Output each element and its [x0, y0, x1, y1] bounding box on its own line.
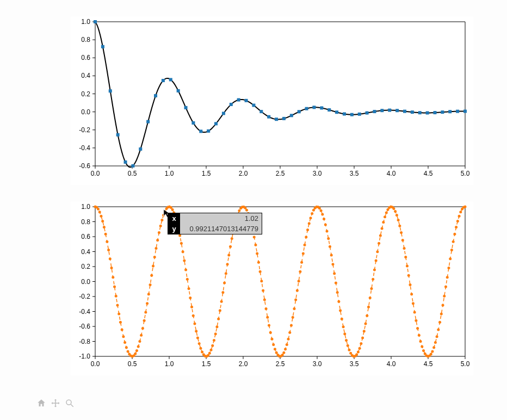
marker — [253, 236, 256, 238]
marker — [324, 223, 327, 226]
y-tick-label: 0.0 — [81, 278, 90, 286]
move-icon — [51, 398, 60, 408]
marker — [410, 293, 413, 295]
marker — [143, 319, 146, 322]
marker — [431, 350, 434, 353]
marker — [125, 346, 128, 349]
marker — [458, 215, 461, 218]
marker — [98, 211, 101, 213]
marker — [363, 330, 366, 332]
y-tick-label: 0.4 — [81, 72, 90, 79]
marker — [217, 318, 220, 320]
marker — [183, 259, 186, 262]
hover-tooltip: x 1.02 y 0.9921147013144779 — [168, 213, 262, 234]
marker — [321, 213, 324, 215]
marker — [440, 313, 443, 316]
marker — [238, 209, 240, 212]
axes-bottom[interactable]: 0.00.51.01.52.02.53.03.54.04.55.0-1.0-0.… — [71, 201, 473, 375]
marker — [262, 289, 264, 292]
marker — [411, 110, 414, 114]
marker — [231, 237, 233, 240]
marker — [395, 214, 398, 217]
marker — [254, 244, 257, 246]
marker — [225, 272, 227, 275]
x-tick-label: 1.0 — [165, 170, 174, 177]
marker — [211, 344, 214, 347]
marker — [214, 332, 217, 335]
marker — [382, 221, 385, 224]
marker — [137, 345, 140, 348]
x-tick-label: 1.5 — [202, 360, 211, 368]
marker — [178, 234, 181, 237]
marker — [180, 242, 183, 245]
marker — [293, 307, 295, 310]
marker — [438, 321, 441, 324]
marker — [290, 114, 293, 117]
marker — [193, 323, 196, 325]
x-tick-label: 3.0 — [313, 360, 322, 368]
marker — [110, 267, 113, 269]
marker — [199, 129, 202, 133]
marker — [101, 45, 104, 48]
marker — [138, 340, 141, 343]
marker — [94, 20, 97, 23]
marker — [416, 327, 419, 330]
marker — [394, 210, 397, 213]
y-tick-label: 0.8 — [81, 218, 90, 226]
marker — [101, 220, 104, 223]
marker — [259, 110, 263, 113]
marker — [343, 332, 346, 335]
y-tick-label: 0.2 — [81, 90, 90, 98]
marker — [123, 341, 126, 344]
home-button[interactable] — [35, 397, 47, 409]
marker — [159, 225, 162, 227]
marker — [201, 351, 203, 354]
marker — [358, 113, 361, 116]
zoom-button[interactable] — [64, 397, 76, 409]
marker — [256, 252, 258, 255]
marker — [127, 350, 129, 353]
marker — [131, 164, 134, 168]
marker — [162, 79, 165, 82]
y-tick-label: -0.6 — [79, 162, 90, 170]
x-tick-label: 0.0 — [91, 360, 100, 368]
marker — [135, 349, 138, 352]
marker — [329, 245, 331, 248]
marker — [412, 302, 415, 305]
tooltip-x-label: x — [168, 213, 180, 224]
marker — [259, 270, 262, 273]
marker — [147, 293, 150, 295]
tooltip-y-value: 0.9921147013144779 — [180, 224, 262, 234]
marker — [385, 212, 388, 214]
pan-button[interactable] — [50, 397, 61, 409]
marker — [223, 282, 226, 285]
marker — [118, 313, 120, 316]
marker — [221, 291, 224, 294]
marker — [288, 331, 291, 334]
marker — [401, 239, 404, 242]
marker — [188, 287, 190, 290]
marker — [192, 314, 195, 317]
marker — [335, 282, 337, 285]
marker — [286, 343, 288, 346]
axes-top[interactable]: 0.00.51.01.52.02.53.03.54.04.55.0-0.6-0.… — [71, 16, 473, 185]
marker — [308, 222, 311, 225]
marker — [267, 115, 270, 119]
marker — [327, 108, 331, 112]
x-tick-label: 4.0 — [387, 170, 396, 177]
marker — [177, 89, 180, 92]
marker — [245, 99, 248, 102]
marker — [448, 110, 452, 113]
marker — [207, 129, 210, 133]
x-tick-label: 0.5 — [128, 170, 137, 177]
home-icon — [36, 398, 46, 408]
marker — [449, 257, 452, 260]
marker — [107, 249, 110, 251]
marker — [154, 247, 157, 250]
marker — [169, 78, 172, 81]
marker — [453, 233, 456, 236]
marker — [380, 109, 384, 112]
marker — [160, 219, 163, 221]
marker — [381, 227, 384, 230]
marker — [260, 280, 263, 282]
